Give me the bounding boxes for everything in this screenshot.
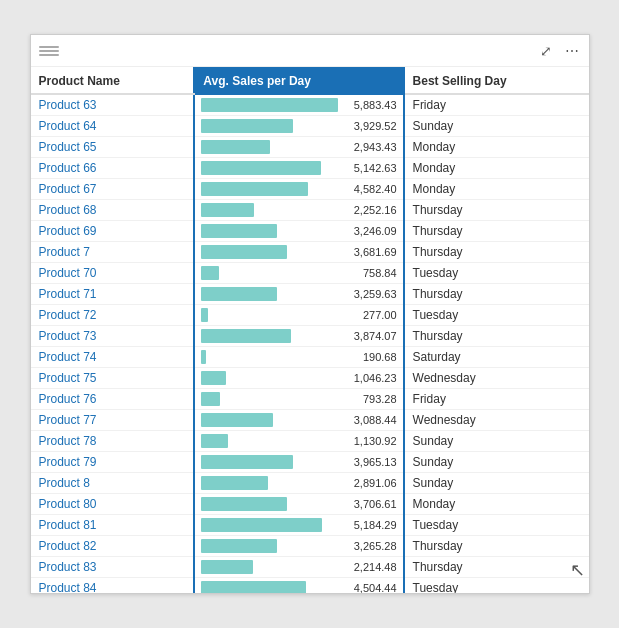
bar-value: 3,681.69 (345, 246, 397, 258)
table-row: Product 682,252.16Thursday (31, 200, 589, 221)
table-row: Product 76793.28Friday (31, 389, 589, 410)
cell-product-name: Product 63 (31, 94, 195, 116)
bar-value: 2,943.43 (345, 141, 397, 153)
cell-avg-sales: 1,130.92 (194, 431, 403, 452)
widget-header: ⤢ ⋯ (31, 35, 589, 67)
bar-value: 5,142.63 (345, 162, 397, 174)
cell-avg-sales: 3,706.61 (194, 494, 403, 515)
col-avg-sales: Avg. Sales per Day (194, 68, 403, 94)
cell-product-name: Product 65 (31, 137, 195, 158)
table-row: Product 652,943.43Monday (31, 137, 589, 158)
bar-value: 758.84 (345, 267, 397, 279)
bar-value: 3,706.61 (345, 498, 397, 510)
cell-avg-sales: 3,929.52 (194, 116, 403, 137)
cell-avg-sales: 3,681.69 (194, 242, 403, 263)
cell-avg-sales: 793.28 (194, 389, 403, 410)
cell-avg-sales: 2,252.16 (194, 200, 403, 221)
cell-best-day: Wednesday (404, 410, 589, 431)
table-row: Product 74190.68Saturday (31, 347, 589, 368)
cell-best-day: Tuesday (404, 305, 589, 326)
cell-product-name: Product 78 (31, 431, 195, 452)
cell-product-name: Product 81 (31, 515, 195, 536)
cell-best-day: Sunday (404, 452, 589, 473)
data-table: Product Name Avg. Sales per Day Best Sel… (31, 67, 589, 593)
expand-icon[interactable]: ⤢ (537, 42, 555, 60)
bar-value: 190.68 (345, 351, 397, 363)
cell-avg-sales: 5,142.63 (194, 158, 403, 179)
cell-avg-sales: 3,265.28 (194, 536, 403, 557)
cell-best-day: Sunday (404, 473, 589, 494)
cell-product-name: Product 72 (31, 305, 195, 326)
cell-best-day: Thursday (404, 557, 589, 578)
bar-value: 3,265.28 (345, 540, 397, 552)
cell-best-day: Thursday (404, 242, 589, 263)
bar-value: 4,582.40 (345, 183, 397, 195)
cell-best-day: Tuesday (404, 263, 589, 284)
cell-product-name: Product 79 (31, 452, 195, 473)
cell-product-name: Product 70 (31, 263, 195, 284)
cell-best-day: Sunday (404, 116, 589, 137)
bar-value: 3,088.44 (345, 414, 397, 426)
cell-best-day: Thursday (404, 284, 589, 305)
table-row: Product 733,874.07Thursday (31, 326, 589, 347)
cell-avg-sales: 758.84 (194, 263, 403, 284)
bar-value: 5,184.29 (345, 519, 397, 531)
cell-avg-sales: 277.00 (194, 305, 403, 326)
more-options-icon[interactable]: ⋯ (563, 42, 581, 60)
bar-value: 3,874.07 (345, 330, 397, 342)
bar-value: 5,883.43 (345, 99, 397, 111)
bar-value: 3,965.13 (345, 456, 397, 468)
table-row: Product 643,929.52Sunday (31, 116, 589, 137)
cell-best-day: Thursday (404, 221, 589, 242)
bar-value: 2,891.06 (345, 477, 397, 489)
table-row: Product 72277.00Tuesday (31, 305, 589, 326)
cell-product-name: Product 69 (31, 221, 195, 242)
cell-product-name: Product 68 (31, 200, 195, 221)
table-row: Product 773,088.44Wednesday (31, 410, 589, 431)
cell-best-day: Sunday (404, 431, 589, 452)
cell-product-name: Product 82 (31, 536, 195, 557)
bar-value: 3,929.52 (345, 120, 397, 132)
table-row: Product 803,706.61Monday (31, 494, 589, 515)
cell-product-name: Product 67 (31, 179, 195, 200)
cell-avg-sales: 1,046.23 (194, 368, 403, 389)
cell-product-name: Product 80 (31, 494, 195, 515)
table-row: Product 823,265.28Thursday (31, 536, 589, 557)
bar-value: 1,130.92 (345, 435, 397, 447)
table-wrapper: Product Name Avg. Sales per Day Best Sel… (31, 67, 589, 593)
drag-handle[interactable] (39, 46, 59, 56)
cell-avg-sales: 2,891.06 (194, 473, 403, 494)
table-row: Product 635,883.43Friday (31, 94, 589, 116)
bar-value: 793.28 (345, 393, 397, 405)
cell-avg-sales: 3,965.13 (194, 452, 403, 473)
table-header-row: Product Name Avg. Sales per Day Best Sel… (31, 68, 589, 94)
bar-value: 3,259.63 (345, 288, 397, 300)
table-row: Product 73,681.69Thursday (31, 242, 589, 263)
cell-avg-sales: 3,874.07 (194, 326, 403, 347)
cell-avg-sales: 4,582.40 (194, 179, 403, 200)
cell-best-day: Monday (404, 494, 589, 515)
table-row: Product 781,130.92Sunday (31, 431, 589, 452)
table-row: Product 665,142.63Monday (31, 158, 589, 179)
table-row: Product 832,214.48Thursday (31, 557, 589, 578)
cell-product-name: Product 84 (31, 578, 195, 594)
table-row: Product 751,046.23Wednesday (31, 368, 589, 389)
cell-best-day: Thursday (404, 536, 589, 557)
bar-value: 3,246.09 (345, 225, 397, 237)
table-row: Product 713,259.63Thursday (31, 284, 589, 305)
cell-best-day: Thursday (404, 326, 589, 347)
cell-product-name: Product 76 (31, 389, 195, 410)
table-row: Product 693,246.09Thursday (31, 221, 589, 242)
col-product-name: Product Name (31, 68, 195, 94)
cell-product-name: Product 66 (31, 158, 195, 179)
cell-product-name: Product 73 (31, 326, 195, 347)
table-row: Product 82,891.06Sunday (31, 473, 589, 494)
cell-best-day: Thursday (404, 200, 589, 221)
table-row: Product 70758.84Tuesday (31, 263, 589, 284)
cell-product-name: Product 7 (31, 242, 195, 263)
table-scroll[interactable]: Product Name Avg. Sales per Day Best Sel… (31, 67, 589, 593)
cell-best-day: Tuesday (404, 578, 589, 594)
cell-best-day: Wednesday (404, 368, 589, 389)
cell-avg-sales: 3,246.09 (194, 221, 403, 242)
cell-avg-sales: 190.68 (194, 347, 403, 368)
